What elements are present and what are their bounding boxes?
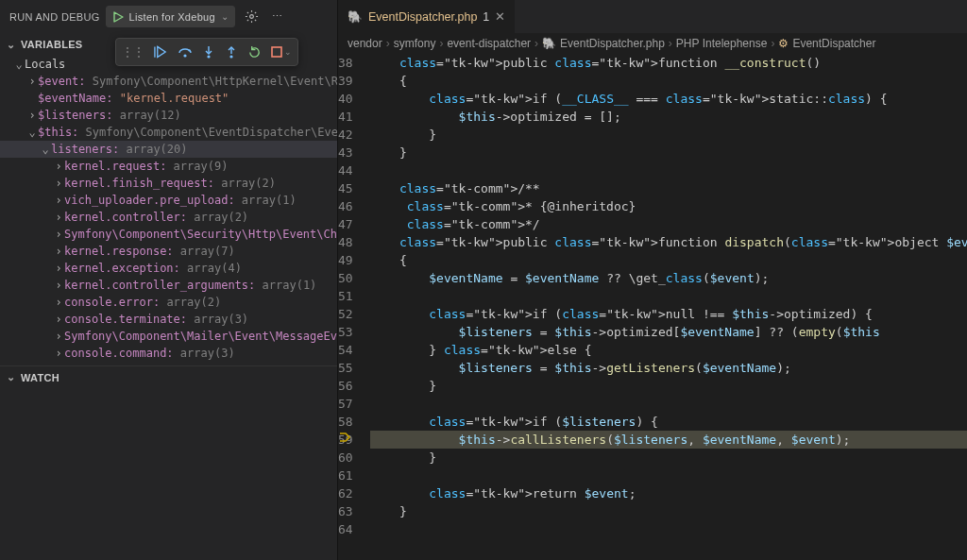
var-event[interactable]: › $event: Symfony\Component\HttpKernel\E… bbox=[0, 73, 337, 90]
tab-eventdispatcher[interactable]: 🐘 EventDispatcher.php 1 ✕ bbox=[338, 0, 516, 33]
variables-label: VARIABLES bbox=[21, 39, 82, 50]
chevron-down-icon[interactable]: ⌄ bbox=[221, 11, 229, 22]
class-icon: ⚙ bbox=[778, 37, 789, 50]
var-value: array(9) bbox=[174, 158, 229, 175]
debug-config-name: Listen for Xdebug bbox=[129, 11, 215, 23]
var-array-item[interactable]: ›Symfony\Component\Security\Http\Event\C… bbox=[0, 226, 337, 243]
code-line[interactable]: } bbox=[370, 377, 967, 395]
step-out-icon[interactable] bbox=[225, 45, 238, 59]
var-array-item[interactable]: ›kernel.controller_arguments: array(1) bbox=[0, 277, 337, 294]
code-line[interactable]: class="tk-comm">*/ bbox=[370, 215, 967, 233]
gear-icon[interactable] bbox=[241, 9, 263, 24]
var-value: array(1) bbox=[263, 277, 317, 294]
breadcrumb-item[interactable]: EventDispatcher.php bbox=[560, 37, 665, 50]
chevron-right-icon: › bbox=[669, 37, 672, 50]
chevron-right-icon: › bbox=[53, 345, 64, 362]
code-line[interactable]: class="tk-kw">public class="tk-kw">funct… bbox=[370, 54, 967, 72]
close-icon[interactable]: ✕ bbox=[495, 9, 505, 24]
chevron-right-icon: › bbox=[53, 243, 64, 260]
chevron-right-icon: › bbox=[53, 277, 64, 294]
code-line[interactable]: $listeners = $this->optimized[$eventName… bbox=[370, 323, 967, 341]
var-key: $this: bbox=[38, 124, 78, 141]
breadcrumb-item[interactable]: event-dispatcher bbox=[447, 37, 531, 50]
chevron-down-icon: ⌄ bbox=[26, 124, 38, 141]
code-line[interactable]: $listeners = $this->getListeners($eventN… bbox=[370, 359, 967, 377]
code-line[interactable]: $this->callListeners($listeners, $eventN… bbox=[370, 431, 967, 449]
var-key: console.error: bbox=[64, 294, 160, 311]
code-line[interactable] bbox=[370, 395, 967, 413]
var-listeners20[interactable]: ⌄ listeners: array(20) bbox=[0, 141, 337, 158]
locals-label: Locals bbox=[25, 56, 65, 73]
var-this[interactable]: ⌄ $this: Symfony\Component\EventDispatch… bbox=[0, 124, 337, 141]
var-key: kernel.controller: bbox=[64, 209, 187, 226]
code-line[interactable] bbox=[370, 161, 967, 179]
breadcrumbs[interactable]: vendor › symfony › event-dispatcher › 🐘 … bbox=[338, 33, 967, 54]
var-array-item[interactable]: ›kernel.request: array(9) bbox=[0, 158, 337, 175]
var-array-item[interactable]: ›kernel.controller: array(2) bbox=[0, 209, 337, 226]
restart-icon[interactable] bbox=[247, 45, 262, 59]
var-eventname[interactable]: $eventName: "kernel.request" bbox=[0, 90, 337, 107]
var-key: $listeners: bbox=[38, 107, 112, 124]
chevron-right-icon: › bbox=[439, 37, 443, 50]
code-line[interactable] bbox=[370, 520, 967, 538]
more-icon[interactable]: ⋯ bbox=[268, 10, 286, 23]
code-line[interactable]: } bbox=[370, 126, 967, 144]
code-line[interactable]: } bbox=[370, 502, 967, 520]
var-value: array(3) bbox=[194, 311, 248, 328]
var-value: Symfony\Component\EventDispatcher\Even… bbox=[86, 124, 337, 141]
code-line[interactable]: class="tk-comm">/** bbox=[370, 179, 967, 197]
step-into-icon[interactable] bbox=[202, 45, 215, 59]
code-line[interactable]: } class="tk-kw">else { bbox=[370, 341, 967, 359]
start-debug-icon[interactable] bbox=[112, 11, 124, 23]
chevron-right-icon: › bbox=[53, 192, 64, 209]
code-line[interactable]: class="tk-kw">return $event; bbox=[370, 484, 967, 502]
code-line[interactable] bbox=[370, 287, 967, 305]
code-line[interactable]: class="tk-kw">if (class="tk-kw">null !==… bbox=[370, 305, 967, 323]
breadcrumb-item[interactable]: vendor bbox=[348, 37, 382, 50]
var-array-item[interactable]: ›vich_uploader.pre_upload: array(1) bbox=[0, 192, 337, 209]
svg-point-2 bbox=[207, 55, 210, 58]
code-line[interactable]: } bbox=[370, 144, 967, 161]
var-array-item[interactable]: ›kernel.finish_request: array(2) bbox=[0, 175, 337, 192]
code-line[interactable]: class="tk-kw">if ($listeners) { bbox=[370, 413, 967, 431]
breadcrumb-item[interactable]: EventDispatcher bbox=[792, 37, 875, 50]
var-key: kernel.request: bbox=[64, 158, 166, 175]
code-line[interactable]: class="tk-kw">if (__CLASS__ === class="t… bbox=[370, 90, 967, 108]
var-array-item[interactable]: ›console.command: array(3) bbox=[0, 345, 337, 362]
code-line[interactable]: $eventName = $eventName ?? \get_class($e… bbox=[370, 269, 967, 287]
code-editor[interactable]: class="tk-kw">public class="tk-kw">funct… bbox=[370, 54, 967, 560]
debug-config-select[interactable]: Listen for Xdebug ⌄ bbox=[106, 6, 236, 27]
chevron-right-icon: › bbox=[53, 175, 64, 192]
svg-point-0 bbox=[250, 15, 254, 19]
editor-panel: 🐘 EventDispatcher.php 1 ✕ vendor › symfo… bbox=[338, 0, 967, 560]
code-line[interactable]: class="tk-comm">* {@inheritdoc} bbox=[370, 197, 967, 215]
var-value: array(12) bbox=[120, 107, 181, 124]
var-array-item[interactable]: ›console.terminate: array(3) bbox=[0, 311, 337, 328]
var-value: array(2) bbox=[221, 175, 276, 192]
step-over-icon[interactable] bbox=[178, 45, 193, 59]
code-line[interactable]: { bbox=[370, 251, 967, 269]
var-array-item[interactable]: ›console.error: array(2) bbox=[0, 294, 337, 311]
var-listeners12[interactable]: › $listeners: array(12) bbox=[0, 107, 337, 124]
grip-icon[interactable]: ⋮⋮ bbox=[122, 45, 144, 59]
chevron-down-icon: ⌄ bbox=[6, 39, 17, 51]
var-array-item[interactable]: ›Symfony\Component\Mailer\Event\MessageE… bbox=[0, 328, 337, 345]
chevron-right-icon: › bbox=[53, 158, 64, 175]
watch-section-header[interactable]: ⌄ WATCH bbox=[0, 365, 337, 388]
var-key: kernel.exception: bbox=[64, 260, 180, 277]
code-line[interactable] bbox=[370, 467, 967, 484]
var-key: listeners: bbox=[51, 141, 119, 158]
var-array-item[interactable]: ›kernel.exception: array(4) bbox=[0, 260, 337, 277]
var-value: array(20) bbox=[126, 141, 187, 158]
continue-icon[interactable] bbox=[154, 45, 168, 59]
stop-icon[interactable]: ⌄ bbox=[271, 46, 292, 58]
chevron-right-icon: › bbox=[771, 37, 774, 50]
var-array-item[interactable]: ›kernel.response: array(7) bbox=[0, 243, 337, 260]
breadcrumb-item[interactable]: symfony bbox=[394, 37, 436, 50]
chevron-down-icon: ⌄ bbox=[13, 56, 25, 73]
code-line[interactable]: { bbox=[370, 72, 967, 90]
breadcrumb-item[interactable]: PHP Intelephense bbox=[676, 37, 768, 50]
code-line[interactable]: } bbox=[370, 449, 967, 467]
code-line[interactable]: class="tk-kw">public class="tk-kw">funct… bbox=[370, 233, 967, 251]
code-line[interactable]: $this->optimized = []; bbox=[370, 108, 967, 126]
